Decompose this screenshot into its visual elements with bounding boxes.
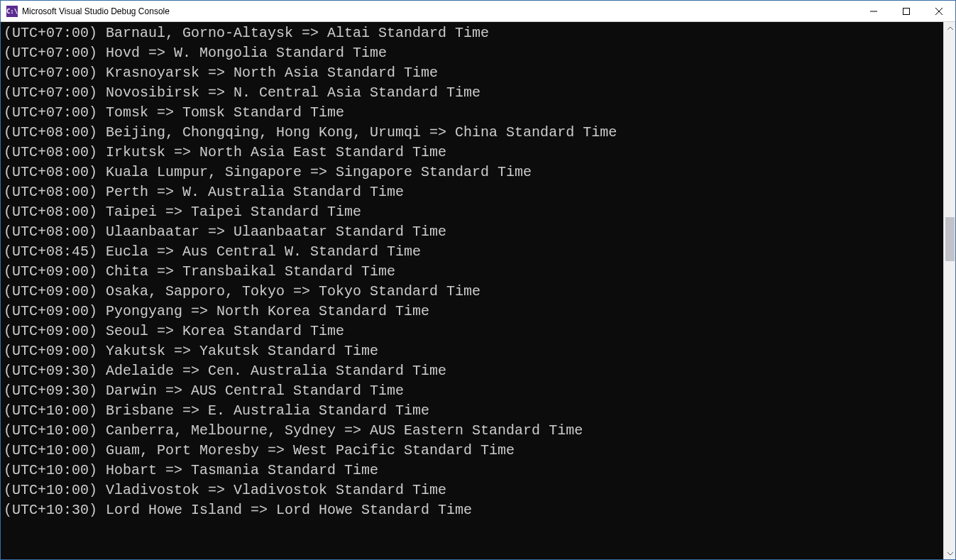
close-button[interactable]	[923, 1, 955, 22]
console-line: (UTC+07:00) Barnaul, Gorno-Altaysk => Al…	[4, 23, 940, 43]
minimize-button[interactable]	[857, 1, 890, 22]
console-line: (UTC+08:45) Eucla => Aus Central W. Stan…	[4, 242, 940, 262]
console-line: (UTC+07:00) Hovd => W. Mongolia Standard…	[4, 43, 940, 63]
console-line: (UTC+09:00) Chita => Transbaikal Standar…	[4, 262, 940, 282]
chevron-down-icon	[947, 550, 954, 557]
console-line: (UTC+08:00) Irkutsk => North Asia East S…	[4, 143, 940, 163]
console-line: (UTC+08:00) Perth => W. Australia Standa…	[4, 182, 940, 202]
console-line: (UTC+09:30) Darwin => AUS Central Standa…	[4, 381, 940, 401]
maximize-icon	[903, 8, 910, 15]
console-line: (UTC+10:00) Vladivostok => Vladivostok S…	[4, 481, 940, 500]
console-line: (UTC+09:00) Osaka, Sapporo, Tokyo => Tok…	[4, 282, 940, 302]
scroll-down-button[interactable]	[944, 547, 956, 559]
console-line: (UTC+09:00) Seoul => Korea Standard Time	[4, 322, 940, 341]
console-line: (UTC+10:00) Guam, Port Moresby => West P…	[4, 441, 940, 461]
console-line: (UTC+07:00) Novosibirsk => N. Central As…	[4, 83, 940, 103]
svg-rect-0	[903, 8, 910, 14]
console-line: (UTC+09:00) Yakutsk => Yakutsk Standard …	[4, 341, 940, 361]
app-icon: C:\	[6, 6, 18, 17]
console-line: (UTC+10:30) Lord Howe Island => Lord How…	[4, 500, 940, 520]
console-line: (UTC+08:00) Taipei => Taipei Standard Ti…	[4, 202, 940, 222]
console-line: (UTC+08:00) Kuala Lumpur, Singapore => S…	[4, 163, 940, 182]
console-line: (UTC+08:00) Ulaanbaatar => Ulaanbaatar S…	[4, 222, 940, 242]
console-line: (UTC+07:00) Tomsk => Tomsk Standard Time	[4, 103, 940, 123]
minimize-icon	[870, 8, 877, 15]
console-line: (UTC+07:00) Krasnoyarsk => North Asia St…	[4, 63, 940, 83]
vertical-scrollbar[interactable]	[943, 22, 955, 559]
maximize-button[interactable]	[890, 1, 923, 22]
chevron-up-icon	[947, 25, 954, 32]
close-icon	[935, 8, 943, 15]
scroll-up-button[interactable]	[944, 22, 956, 34]
scrollbar-thumb[interactable]	[945, 217, 955, 261]
console-line: (UTC+10:00) Hobart => Tasmania Standard …	[4, 461, 940, 481]
console-line: (UTC+08:00) Beijing, Chongqing, Hong Kon…	[4, 123, 940, 143]
titlebar[interactable]: C:\ Microsoft Visual Studio Debug Consol…	[1, 1, 955, 22]
console-line: (UTC+10:00) Canberra, Melbourne, Sydney …	[4, 421, 940, 441]
window-title: Microsoft Visual Studio Debug Console	[22, 6, 170, 16]
window-body: (UTC+07:00) Barnaul, Gorno-Altaysk => Al…	[1, 22, 955, 559]
console-line: (UTC+09:30) Adelaide => Cen. Australia S…	[4, 361, 940, 381]
console-line: (UTC+09:00) Pyongyang => North Korea Sta…	[4, 302, 940, 322]
console-line: (UTC+10:00) Brisbane => E. Australia Sta…	[4, 401, 940, 421]
window-frame: C:\ Microsoft Visual Studio Debug Consol…	[0, 0, 956, 560]
console-output[interactable]: (UTC+07:00) Barnaul, Gorno-Altaysk => Al…	[1, 22, 943, 559]
